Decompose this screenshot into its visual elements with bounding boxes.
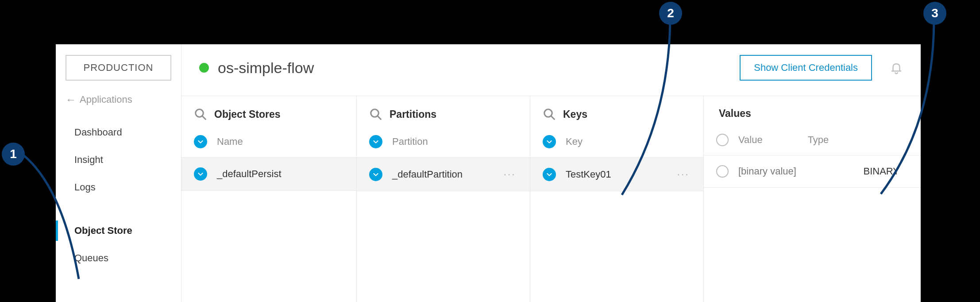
column-subheader-values: Value Type	[704, 128, 921, 155]
sidebar-nav: Dashboard Insight Logs Object Store Queu…	[56, 113, 181, 272]
column-header-object-stores: Object Stores	[181, 96, 356, 130]
annotation-callout-3: 3	[923, 2, 946, 25]
svg-line-3	[378, 116, 381, 120]
chevron-down-icon[interactable]	[543, 168, 556, 181]
column-sublabel-value: Value	[738, 134, 763, 146]
chevron-down-icon[interactable]	[194, 135, 207, 148]
value-type: BINARY	[863, 166, 908, 177]
back-link-label: Applications	[80, 94, 132, 105]
column-header-values: Values	[704, 96, 921, 128]
annotation-callout-2: 2	[659, 2, 682, 25]
column-sublabel: Name	[217, 136, 243, 147]
object-store-row[interactable]: _defaultPersist	[181, 157, 356, 191]
search-icon[interactable]	[369, 108, 382, 121]
more-options-icon[interactable]: ···	[675, 167, 691, 181]
annotation-number: 1	[10, 147, 17, 161]
more-options-icon[interactable]: ···	[502, 167, 517, 181]
value-content: [binary value]	[738, 166, 853, 177]
search-icon[interactable]	[543, 108, 556, 121]
bell-icon[interactable]	[890, 61, 903, 74]
column-header-keys: Keys	[530, 96, 703, 130]
column-title: Values	[716, 108, 751, 120]
column-title: Partitions	[390, 108, 436, 120]
sidebar-item-queues[interactable]: Queues	[56, 244, 181, 272]
chevron-down-icon[interactable]	[194, 167, 207, 181]
sidebar-item-object-store[interactable]: Object Store	[56, 217, 181, 244]
column-values: Values Value Type [binary value] BINARY	[704, 96, 921, 302]
back-to-applications-link[interactable]: ← Applications	[56, 81, 181, 113]
object-store-name: _defaultPersist	[217, 168, 344, 180]
column-title: Keys	[563, 108, 587, 120]
app-window: PRODUCTION ← Applications Dashboard Insi…	[56, 44, 921, 302]
partition-row[interactable]: _defaultPartition ···	[357, 157, 530, 191]
show-client-credentials-button[interactable]: Show Client Credentials	[740, 55, 872, 81]
column-partitions: Partitions Partition _defaultPartition ·…	[357, 96, 530, 302]
search-icon[interactable]	[194, 108, 207, 121]
svg-line-5	[551, 116, 555, 120]
annotation-callout-1: 1	[2, 143, 25, 166]
status-indicator-icon	[199, 63, 209, 73]
key-row[interactable]: TestKey01 ···	[530, 157, 703, 191]
svg-line-1	[202, 116, 206, 120]
column-subheader-keys: Key	[530, 130, 703, 157]
value-row[interactable]: [binary value] BINARY	[704, 155, 921, 188]
column-sublabel: Partition	[392, 136, 428, 147]
chevron-down-icon[interactable]	[369, 168, 382, 181]
column-object-stores: Object Stores Name _defaultPersist	[181, 96, 357, 302]
chevron-down-icon[interactable]	[543, 135, 556, 148]
radio-unselected-icon[interactable]	[716, 165, 729, 178]
sidebar-spacer	[56, 201, 181, 217]
column-sublabel-type: Type	[808, 134, 841, 146]
columns-container: Object Stores Name _defaultPersist Parti…	[181, 96, 921, 302]
app-title: os-simple-flow	[218, 59, 740, 77]
main-panel: os-simple-flow Show Client Credentials O…	[181, 44, 921, 302]
chevron-down-icon[interactable]	[369, 135, 382, 148]
column-title: Object Stores	[214, 108, 281, 120]
environment-badge[interactable]: PRODUCTION	[66, 55, 171, 81]
page-header: os-simple-flow Show Client Credentials	[181, 44, 921, 96]
column-sublabel: Key	[566, 136, 583, 147]
sidebar-item-dashboard[interactable]: Dashboard	[56, 119, 181, 146]
key-name: TestKey01	[566, 169, 665, 180]
sidebar-item-insight[interactable]: Insight	[56, 146, 181, 174]
annotation-number: 2	[667, 6, 674, 20]
partition-name: _defaultPartition	[392, 169, 492, 180]
annotation-number: 3	[931, 6, 938, 20]
radio-unselected-icon[interactable]	[716, 134, 729, 146]
column-subheader-partitions: Partition	[357, 130, 530, 157]
column-subheader-object-stores: Name	[181, 130, 356, 157]
arrow-left-icon: ←	[66, 94, 76, 105]
sidebar-item-logs[interactable]: Logs	[56, 174, 181, 201]
sidebar: PRODUCTION ← Applications Dashboard Insi…	[56, 44, 181, 302]
column-keys: Keys Key TestKey01 ···	[530, 96, 704, 302]
column-header-partitions: Partitions	[357, 96, 530, 130]
